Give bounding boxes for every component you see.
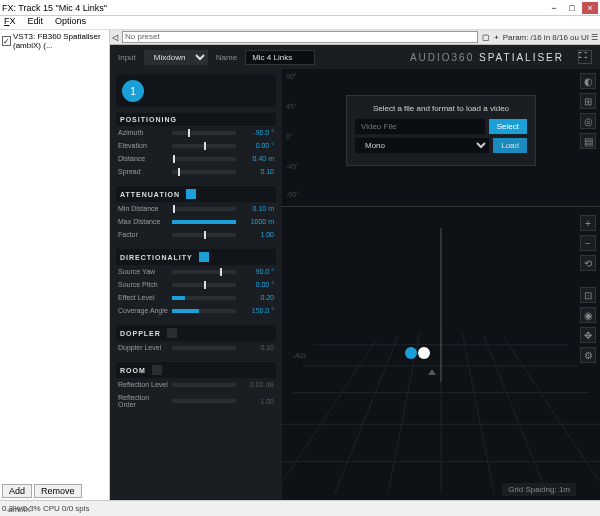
plugin-enable-checkbox[interactable]: ✓ [2,36,11,46]
spread-label: Spread [118,168,168,175]
snap-icon[interactable]: ⊡ [580,287,596,303]
azimuth-value[interactable]: -90.0 ° [240,129,274,136]
factor-slider[interactable] [172,233,236,237]
load-button[interactable]: Load [493,138,527,153]
video-file-input[interactable] [355,119,485,134]
factor-value[interactable]: 1.00 [240,231,274,238]
directionality-header[interactable]: DIRECTIONALITY [116,249,276,265]
brand-logo: AUDIO360 SPATIALISER [410,52,564,63]
add-button[interactable]: Add [2,484,32,498]
coverage-slider[interactable] [172,309,236,313]
preset-select[interactable]: No preset [122,31,478,43]
input-select[interactable]: Mixdown [144,50,208,65]
name-input[interactable] [245,50,315,65]
preset-bar: ◁ No preset ▢ + Param: /16 in 8/16 ou UI… [110,30,600,45]
plugin-list-item[interactable]: ✓ VST3: FB360 Spatialiser (ambiX) (... [2,32,107,50]
elevation-value[interactable]: 0.00 ° [240,142,274,149]
directionality-toggle[interactable] [199,252,209,262]
deg-0: 0° [286,133,293,140]
expand-icon[interactable]: ⛶ [578,50,592,64]
mindist-slider[interactable] [172,207,236,211]
reflection-level-value[interactable]: 0.00 dB [240,381,274,388]
reflection-order-slider[interactable] [172,399,236,403]
layers-icon[interactable]: ▤ [580,133,596,149]
doppler-level-value[interactable]: 0.10 [240,344,274,351]
source-selector[interactable]: 1 [116,75,276,107]
deg-m90: -90° [286,191,299,198]
ui-toggle[interactable]: UI [581,33,589,42]
input-label: Input [118,53,136,62]
doppler-toggle[interactable] [167,328,177,338]
menu-edit[interactable]: Edit [28,16,44,29]
menu-options[interactable]: Options [55,16,86,29]
zoom-in-icon[interactable]: + [580,215,596,231]
room-header[interactable]: ROOM [116,362,276,378]
plugin-name: VST3: FB360 Spatialiser (ambiX) (... [13,32,107,50]
preset-next-button[interactable]: ▢ [482,33,490,42]
yaw-value[interactable]: 90.0 ° [240,268,274,275]
yaw-label: Source Yaw [118,268,168,275]
reflection-level-slider[interactable] [172,383,236,387]
room-toggle[interactable] [152,365,162,375]
orbit-icon[interactable]: ◉ [580,307,596,323]
grid-spacing-label[interactable]: Grid Spacing: 1m [502,483,576,496]
io-info[interactable]: /16 in 8/16 ou [531,33,579,42]
remove-button[interactable]: Remove [34,484,82,498]
spread-value[interactable]: 0.10 [240,168,274,175]
doppler-level-slider[interactable] [172,346,236,350]
listener-marker[interactable] [418,347,430,359]
distance-slider[interactable] [172,157,236,161]
video-mode-select[interactable]: Mono [355,138,489,153]
param-label: Param: [503,33,529,42]
maxdist-slider[interactable] [172,220,236,224]
select-button[interactable]: Select [489,119,527,134]
source-marker[interactable] [405,347,417,359]
name-label: Name [216,53,237,62]
contrast-icon[interactable]: ◐ [580,73,596,89]
effect-slider[interactable] [172,296,236,300]
maxdist-value[interactable]: 1000 m [240,218,274,225]
target-icon[interactable]: ◎ [580,113,596,129]
spread-slider[interactable] [172,170,236,174]
elevation-view[interactable]: 90° 45° 0° -45° -90° Select a file and f… [282,69,600,207]
azimuth-slider[interactable] [172,131,236,135]
preset-more-button[interactable]: + [494,33,499,42]
effect-value[interactable]: 0.20 [240,294,274,301]
settings-icon[interactable]: ⚙ [580,347,596,363]
attenuation-toggle[interactable] [186,189,196,199]
maxdist-label: Max Distance [118,218,168,225]
preset-prev-button[interactable]: ◁ [112,33,118,42]
reflection-order-value[interactable]: 1.00 [240,398,274,405]
source-ball[interactable]: 1 [122,80,144,102]
plugin-header: Input Mixdown Name AUDIO360 SPATIALISER … [110,45,600,69]
elevation-slider[interactable] [172,144,236,148]
grid-icon[interactable]: ⊞ [580,93,596,109]
pitch-slider[interactable] [172,283,236,287]
preset-menu-button[interactable]: ☰ [591,33,598,42]
distance-value[interactable]: 0.40 m [240,155,274,162]
pan-icon[interactable]: ✥ [580,327,596,343]
doppler-level-label: Doppler Level [118,344,168,351]
reset-view-icon[interactable]: ⟲ [580,255,596,271]
pitch-value[interactable]: 0.00 ° [240,281,274,288]
mindist-value[interactable]: 0.10 m [240,205,274,212]
svg-line-8 [282,338,377,482]
zoom-out-icon[interactable]: − [580,235,596,251]
grid-3d [282,207,600,493]
maximize-button[interactable]: □ [564,2,580,14]
3d-view[interactable]: -Azi Grid Spacing: 1m + − ⟲ ⊡ ◉ ✥ ⚙ [282,207,600,500]
distance-label: Distance [118,155,168,162]
yaw-slider[interactable] [172,270,236,274]
coverage-value[interactable]: 150.0 ° [240,307,274,314]
attenuation-header[interactable]: ATTENUATION [116,186,276,202]
menu-fx[interactable]: FX [4,16,16,29]
close-button[interactable]: × [582,2,598,14]
video-dialog: Select a file and format to load a video… [346,95,536,166]
svg-line-10 [483,335,547,493]
reflection-level-label: Reflection Level [118,381,168,388]
minimize-button[interactable]: − [546,2,562,14]
doppler-header[interactable]: DOPPLER [116,325,276,341]
positioning-header: POSITIONING [116,113,276,126]
video-prompt: Select a file and format to load a video [355,104,527,113]
menubar: FX Edit Options [0,16,600,30]
